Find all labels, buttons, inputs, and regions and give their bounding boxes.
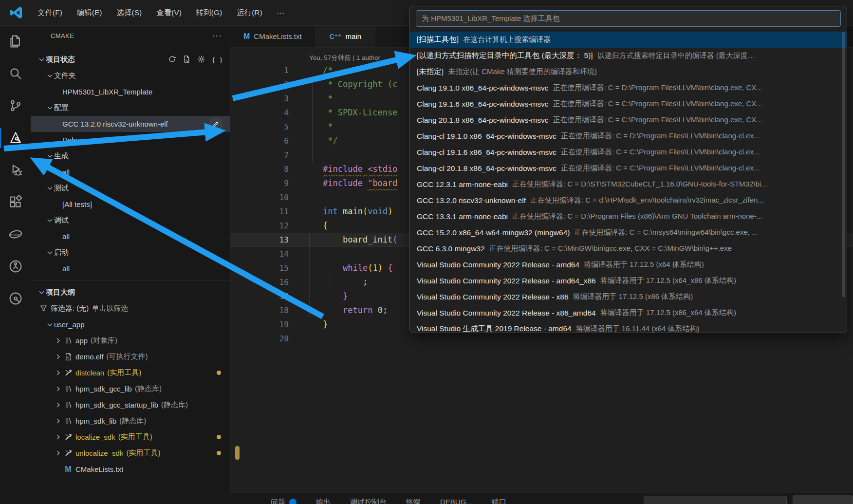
quickpick-item[interactable]: [以递归方式扫描特定目录中的工具包 (最大深度： 5)]以递归方式搜索特定目录中… bbox=[410, 48, 847, 64]
edit-kit-pencil-icon[interactable] bbox=[209, 118, 222, 130]
menu-item-r[interactable]: 运行(R) bbox=[229, 0, 270, 25]
line-number: 20 bbox=[230, 332, 302, 346]
menu-item-e[interactable]: 编辑(E) bbox=[70, 0, 110, 25]
tree-item-distclean[interactable]: distclean(实用工具) bbox=[31, 365, 230, 381]
tree-item-debug[interactable]: Debug bbox=[31, 132, 230, 148]
line-number: 1 bbox=[230, 63, 302, 77]
tree-item-description: (实用工具) bbox=[107, 368, 141, 377]
panel-button[interactable] bbox=[793, 495, 853, 504]
tree-item-hpm_sdk_gcc_lib[interactable]: hpm_sdk_gcc_lib(静态库) bbox=[31, 381, 230, 397]
quickpick-item-label: [以递归方式扫描特定目录中的工具包 (最大深度： 5)] bbox=[417, 51, 593, 61]
chevron-down-icon bbox=[46, 249, 54, 256]
tree-item-localize_sdk[interactable]: localize_sdk(实用工具) bbox=[31, 429, 230, 445]
braces-icon[interactable]: { } bbox=[212, 56, 223, 64]
menu-item-f[interactable]: 文件(F) bbox=[30, 0, 70, 25]
refresh-icon[interactable] bbox=[168, 55, 176, 65]
tree-item-筛选器-无-[interactable]: 筛选器: (无)单击以筛选 bbox=[31, 300, 230, 317]
tree-item-hpm_sdk_lib[interactable]: hpm_sdk_lib(静态库) bbox=[31, 413, 230, 429]
cmake-tree: 项目状态{ }文件夹HPM5301_LibXR_Template配置GCC 13… bbox=[31, 52, 230, 477]
quickpick-item-label: Clang-cl 19.1.0 x86_64-pc-windows-msvc bbox=[417, 132, 556, 141]
tree-item--all-tests-[interactable]: [All tests] bbox=[31, 196, 230, 212]
menu-item-g[interactable]: 转到(G) bbox=[189, 0, 229, 25]
quickpick-input[interactable]: 为 HPM5301_LibXR_Template 选择工具包 bbox=[416, 10, 841, 27]
panel-tab-输出[interactable]: 输出 bbox=[316, 498, 331, 504]
tree-item-gcc-13-2-0-riscv32-unknown-elf[interactable]: GCC 13.2.0 riscv32-unknown-elf bbox=[31, 116, 230, 132]
quickpick-item[interactable]: Clang 20.1.8 x86_64-pc-windows-msvc正在使用编… bbox=[410, 112, 847, 128]
menu-item-s[interactable]: 选择(S) bbox=[109, 0, 149, 25]
tree-item-cmakelists-txt[interactable]: MCMakeLists.txt bbox=[31, 461, 230, 477]
code-line-text: /* bbox=[302, 63, 333, 77]
quickpick-item-description: 将编译器用于 17.12.5 (x64_x86 体系结构) bbox=[600, 276, 736, 285]
quickpick-item[interactable]: Clang 19.1.6 x86_64-pc-windows-msvc正在使用编… bbox=[410, 96, 847, 112]
panel-tab-debug[interactable]: DEBUG... bbox=[440, 498, 472, 504]
activity-hpmicro-icon[interactable]: HPMicro bbox=[0, 218, 31, 250]
quickpick-item[interactable]: [扫描工具包]在这台计算机上搜索编译器 bbox=[410, 32, 847, 48]
settings-gear-icon[interactable] bbox=[197, 55, 205, 65]
tree-item-文件夹[interactable]: 文件夹 bbox=[31, 68, 230, 84]
editor-tab-main[interactable]: C⁺⁺main bbox=[316, 25, 375, 47]
quickpick-item-description: 将编译器用于 17.12.5 (x86_x64 体系结构) bbox=[600, 308, 736, 317]
gitlens-blame-codelens[interactable]: You, 57分钟前 | 1 author bbox=[309, 54, 380, 62]
tree-item-hpm_sdk_gcc_startup_lib[interactable]: hpm_sdk_gcc_startup_lib(静态库) bbox=[31, 397, 230, 413]
tree-item-启动[interactable]: 启动 bbox=[31, 244, 230, 261]
quickpick-item-label: Clang 20.1.8 x86_64-pc-windows-msvc bbox=[417, 116, 549, 125]
quickpick-item[interactable]: Visual Studio Community 2022 Release - x… bbox=[410, 289, 847, 305]
quickpick-item[interactable]: Visual Studio Community 2022 Release - x… bbox=[410, 305, 847, 321]
vscode-logo-icon bbox=[9, 5, 23, 20]
activity-extensions-icon[interactable] bbox=[0, 186, 31, 218]
quickpick-item[interactable]: Clang-cl 19.1.0 x86_64-pc-windows-msvc正在… bbox=[410, 128, 847, 144]
tree-item-配置[interactable]: 配置 bbox=[31, 100, 230, 116]
tree-item-hpm5301_libxr_template[interactable]: HPM5301_LibXR_Template bbox=[31, 84, 230, 100]
quickpick-item[interactable]: GCC 12.3.1 arm-none-eabi正在使用编译器: C = D:\… bbox=[410, 176, 847, 192]
quickpick-item-label: Clang 19.1.6 x86_64-pc-windows-msvc bbox=[417, 100, 549, 109]
activity-explorer-icon[interactable] bbox=[0, 25, 31, 57]
quickpick-item-description: 正在使用编译器: C = C:\Program Files\LLVM\bin\c… bbox=[553, 115, 762, 125]
panel-tab-label: 端口 bbox=[492, 498, 506, 504]
quickpick-item[interactable]: Clang-cl 19.1.6 x86_64-pc-windows-msvc正在… bbox=[410, 144, 847, 160]
activity-source-control-icon[interactable] bbox=[0, 90, 31, 122]
line-number: 17 bbox=[230, 289, 302, 303]
tree-item-项目状态[interactable]: 项目状态{ } bbox=[31, 52, 230, 68]
editor-tab-cmakelists.txt[interactable]: MCMakeLists.txt bbox=[230, 25, 316, 47]
tree-item-all[interactable]: all bbox=[31, 164, 230, 180]
panel-tab-端口[interactable]: 端口 bbox=[492, 498, 506, 504]
quickpick-item[interactable]: Clang-cl 20.1.8 x86_64-pc-windows-msvc正在… bbox=[410, 160, 847, 176]
tree-item-label: 筛选器: (无) bbox=[51, 304, 89, 313]
activity-code-scan-icon[interactable] bbox=[0, 282, 31, 315]
tree-item-调试[interactable]: 调试 bbox=[31, 212, 230, 228]
sidebar-more-actions-icon[interactable]: ··· bbox=[212, 31, 222, 41]
reconfigure-icon[interactable] bbox=[183, 55, 191, 65]
quickpick-item-description: 正在使用编译器: C = C:\Program Files\LLVM\bin\c… bbox=[553, 99, 762, 109]
code-line-text: board_init( bbox=[302, 233, 398, 247]
menu-item-[interactable]: ··· bbox=[270, 0, 292, 25]
tree-item-项目大纲[interactable]: 项目大纲 bbox=[31, 284, 230, 300]
quickpick-item-label: [扫描工具包] bbox=[417, 35, 459, 45]
activity-remote-fork-icon[interactable] bbox=[0, 250, 31, 282]
quickpick-item[interactable]: Visual Studio Community 2022 Release - a… bbox=[410, 257, 847, 273]
activity-run-debug-icon[interactable] bbox=[0, 154, 31, 186]
quickpick-scrollbar[interactable] bbox=[842, 32, 845, 297]
quickpick-item[interactable]: GCC 13.3.1 arm-none-eabi正在使用编译器: C = D:\… bbox=[410, 208, 847, 224]
menu-item-v[interactable]: 查看(V) bbox=[149, 0, 189, 25]
tree-item-all[interactable]: all bbox=[31, 261, 230, 277]
quickpick-item[interactable]: [未指定]未指定(让 CMake 猜测要使用的编译器和环境) bbox=[410, 64, 847, 80]
panel-tab-调试控制台[interactable]: 调试控制台 bbox=[350, 498, 387, 504]
quickpick-item[interactable]: GCC 13.2.0 riscv32-unknown-elf正在使用编译器: C… bbox=[410, 192, 847, 208]
quickpick-item[interactable]: GCC 15.2.0 x86_64-w64-mingw32 (mingw64)正… bbox=[410, 224, 847, 241]
tree-item-demo-elf[interactable]: 01demo.elf(可执行文件) bbox=[31, 349, 230, 365]
tree-item-user_app[interactable]: user_app bbox=[31, 317, 230, 333]
activity-cmake-icon[interactable] bbox=[0, 122, 31, 154]
quickpick-item[interactable]: Visual Studio Community 2022 Release - a… bbox=[410, 273, 847, 289]
tree-item-app[interactable]: app(对象库) bbox=[31, 333, 230, 349]
panel-tab-终端[interactable]: 终端 bbox=[406, 498, 421, 504]
quickpick-item[interactable]: Visual Studio 生成工具 2019 Release - amd64将… bbox=[410, 321, 847, 333]
quickpick-item[interactable]: Clang 19.1.0 x86_64-pc-windows-msvc正在使用编… bbox=[410, 80, 847, 96]
panel-tab-问题[interactable]: 问题 bbox=[271, 498, 297, 504]
activity-search-icon[interactable] bbox=[0, 57, 31, 90]
problems-filter-input[interactable] bbox=[644, 496, 787, 504]
tree-item-测试[interactable]: 测试 bbox=[31, 180, 230, 196]
tree-item-all[interactable]: all bbox=[31, 228, 230, 244]
quickpick-item[interactable]: GCC 6.3.0 mingw32正在使用编译器: C = C:\MinGW\b… bbox=[410, 241, 847, 257]
tree-item-unlocalize_sdk[interactable]: unlocalize_sdk(实用工具) bbox=[31, 445, 230, 461]
tree-item-生成[interactable]: 生成 bbox=[31, 148, 230, 164]
